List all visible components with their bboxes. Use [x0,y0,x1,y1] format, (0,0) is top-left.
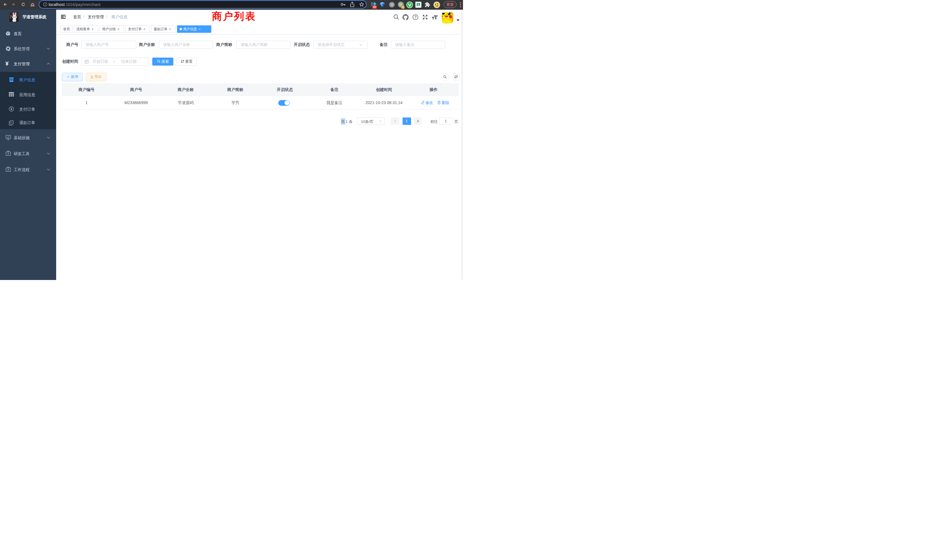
svg-text:⌘: ⌘ [390,3,394,7]
